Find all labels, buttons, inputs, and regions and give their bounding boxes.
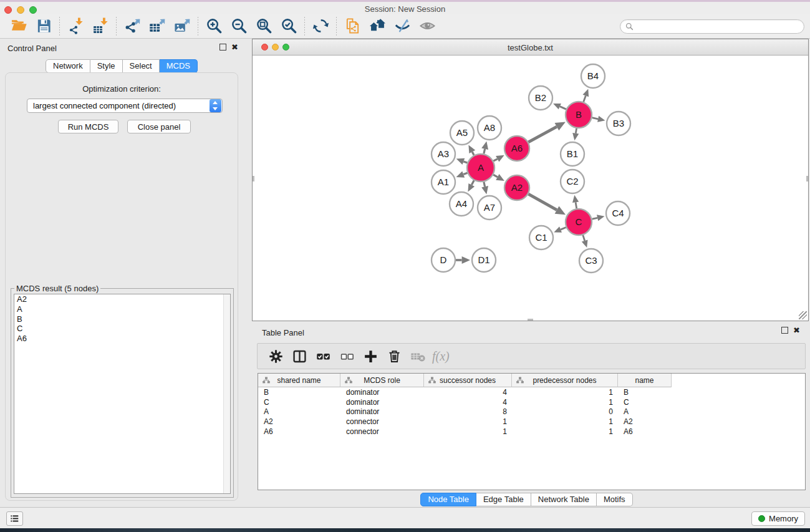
table-cell[interactable]: 4 xyxy=(424,398,512,407)
table-cell[interactable]: 1 xyxy=(424,417,512,426)
table-row[interactable]: A6connector11A6 xyxy=(258,427,805,437)
table-cell[interactable]: B xyxy=(618,388,672,397)
run-mcds-button[interactable]: Run MCDS xyxy=(58,120,118,133)
close-panel-icon[interactable]: ✖ xyxy=(231,44,238,51)
table-cell[interactable]: A6 xyxy=(618,427,672,436)
export-network-button[interactable] xyxy=(120,16,145,37)
graph-node-label-D1: D1 xyxy=(478,254,489,265)
search-box[interactable] xyxy=(620,19,804,34)
zoom-selected-button[interactable] xyxy=(276,16,301,37)
tab-node-table[interactable]: Node Table xyxy=(420,493,476,506)
table-cell[interactable]: 1 xyxy=(512,427,618,436)
table-cell[interactable]: A2 xyxy=(258,417,340,426)
table-row[interactable]: Bdominator41B xyxy=(258,387,805,397)
column-header-name[interactable]: name xyxy=(618,374,672,387)
import-table-button[interactable] xyxy=(88,16,113,37)
table-cell[interactable]: 1 xyxy=(424,427,512,436)
export-image-button[interactable] xyxy=(170,16,195,37)
refresh-layout-button[interactable] xyxy=(308,16,333,37)
table-cell[interactable]: C xyxy=(258,398,340,407)
graph-edge-C-C3 xyxy=(583,235,585,241)
table-cell[interactable]: 0 xyxy=(512,407,618,416)
table-cell[interactable]: B xyxy=(258,388,340,397)
close-panel-button[interactable]: Close panel xyxy=(127,120,191,133)
table-cell[interactable]: A xyxy=(258,407,340,416)
table-cell[interactable]: 1 xyxy=(512,417,618,426)
column-header-successor-nodes[interactable]: successor nodes xyxy=(424,374,512,387)
network-graph[interactable]: B4B2BB3A8A5A6A3B1AC2A1A2A4A7C4CC1C3DD1 xyxy=(253,56,808,321)
table-cell[interactable]: connector xyxy=(340,417,424,426)
show-graphics-details-icon xyxy=(419,17,436,34)
memory-button[interactable]: Memory xyxy=(751,511,805,526)
table-cell[interactable]: 1 xyxy=(512,398,618,407)
column-header-MCDS-role[interactable]: MCDS role xyxy=(340,374,424,387)
tab-edge-table[interactable]: Edge Table xyxy=(476,493,531,506)
mcds-result-list[interactable]: A2ABCA6 xyxy=(14,294,231,494)
network-canvas[interactable]: B4B2BB3A8A5A6A3B1AC2A1A2A4A7C4CC1C3DD1 xyxy=(253,56,808,321)
network-window-titlebar[interactable]: testGlobe.txt xyxy=(253,39,808,56)
table-cell[interactable]: 4 xyxy=(424,388,512,397)
table-cell[interactable]: A xyxy=(618,407,672,416)
table-cell[interactable]: C xyxy=(618,398,672,407)
tab-network-table[interactable]: Network Table xyxy=(531,493,597,506)
close-table-panel-icon[interactable]: ✖ xyxy=(793,327,800,334)
save-session-button[interactable] xyxy=(31,16,56,37)
result-list-item[interactable]: A xyxy=(14,304,230,314)
first-neighbors-icon xyxy=(369,17,386,34)
graph-arrowhead xyxy=(481,186,488,194)
float-panel-icon[interactable] xyxy=(219,44,226,51)
table-cell[interactable]: A2 xyxy=(618,417,672,426)
delete-columns-button[interactable] xyxy=(382,345,406,367)
mcds-result-group: MCDS result (5 nodes) A2ABCA6 xyxy=(11,288,234,498)
result-list-item[interactable]: C xyxy=(14,324,230,334)
table-row[interactable]: Adominator80A xyxy=(258,407,805,417)
import-network-button[interactable] xyxy=(63,16,88,37)
tab-motifs[interactable]: Motifs xyxy=(597,493,633,506)
table-row[interactable]: A2connector11A2 xyxy=(258,417,805,427)
graph-edge-A-A3 xyxy=(463,162,467,163)
select-all-columns-button[interactable] xyxy=(311,345,335,367)
task-history-button[interactable] xyxy=(6,511,23,526)
result-list-item[interactable]: B xyxy=(14,314,230,324)
tab-mcds[interactable]: MCDS xyxy=(160,59,198,73)
graph-edge-A-A1 xyxy=(463,173,467,174)
right-edge-mark xyxy=(806,176,808,181)
unselect-all-columns-button[interactable] xyxy=(335,345,359,367)
float-table-panel-icon[interactable] xyxy=(781,327,788,334)
clone-network-button[interactable] xyxy=(340,16,365,37)
tab-network[interactable]: Network xyxy=(46,59,90,73)
graph-edge-A-A4 xyxy=(471,180,474,185)
zoom-out-button[interactable] xyxy=(226,16,251,37)
table-cell[interactable]: dominator xyxy=(340,398,424,407)
result-list-item[interactable]: A2 xyxy=(14,294,230,304)
result-list-item[interactable]: A6 xyxy=(14,334,230,344)
table-cell[interactable]: A6 xyxy=(258,427,340,436)
table-cell[interactable]: dominator xyxy=(340,388,424,397)
window-resize-grip[interactable] xyxy=(799,311,807,319)
node-table[interactable]: shared nameMCDS rolesuccessor nodesprede… xyxy=(258,373,806,490)
table-cell[interactable]: dominator xyxy=(340,407,424,416)
hide-graphics-details-button[interactable] xyxy=(390,16,415,37)
criterion-dropdown[interactable]: largest connected component (directed) xyxy=(27,99,223,113)
open-file-button[interactable] xyxy=(6,16,31,37)
create-column-button[interactable] xyxy=(359,345,382,367)
table-row[interactable]: Cdominator41C xyxy=(258,397,805,407)
toggle-columns-button[interactable] xyxy=(287,345,311,367)
table-settings-button[interactable] xyxy=(264,345,287,367)
show-graphics-details-button[interactable] xyxy=(415,16,440,37)
zoom-in-button[interactable] xyxy=(201,16,226,37)
graph-node-label-B4: B4 xyxy=(587,70,599,81)
tab-style[interactable]: Style xyxy=(90,59,123,73)
search-input[interactable] xyxy=(637,22,799,31)
table-cell[interactable]: 8 xyxy=(424,407,512,416)
column-header-predecessor-nodes[interactable]: predecessor nodes xyxy=(512,374,618,387)
column-type-icon xyxy=(263,377,270,384)
table-cell[interactable]: connector xyxy=(340,427,424,436)
result-list-scrollbar[interactable] xyxy=(223,294,230,493)
column-header-shared-name[interactable]: shared name xyxy=(258,374,340,387)
export-table-button[interactable] xyxy=(145,16,170,37)
table-cell[interactable]: 1 xyxy=(512,388,618,397)
first-neighbors-button[interactable] xyxy=(365,16,390,37)
tab-select[interactable]: Select xyxy=(123,59,160,73)
zoom-fit-button[interactable] xyxy=(251,16,276,37)
